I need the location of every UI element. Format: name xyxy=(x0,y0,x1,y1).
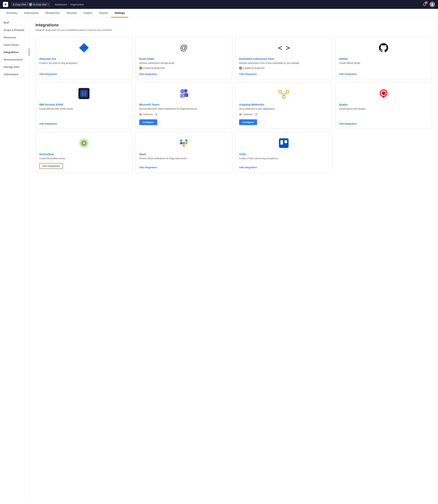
slack-icon xyxy=(178,138,189,149)
tab-researchers[interactable]: Researchers xyxy=(42,9,63,18)
svg-rect-38 xyxy=(183,145,185,147)
sidebar-item-import-issues[interactable]: Import issues xyxy=(0,41,29,49)
org-icon: E xyxy=(29,3,32,6)
svg-rect-10 xyxy=(85,94,86,95)
tab-submissions[interactable]: Submissions xyxy=(21,9,42,18)
embed-add-integration-link[interactable]: Add integration xyxy=(239,73,257,76)
slack-add-integration-link[interactable]: Add integration xyxy=(139,166,157,169)
content-area: Integrations Integrate Bugcrowd into you… xyxy=(30,18,438,504)
embed-badge-label: Created by Bugcrowd xyxy=(243,67,264,69)
ibm-icon xyxy=(78,88,90,99)
svg-rect-43 xyxy=(285,140,287,143)
organization-link[interactable]: Organization xyxy=(70,3,84,6)
org-path-label: E-Corp USA xyxy=(13,3,26,6)
sidebar-item-integrations[interactable]: Integrations xyxy=(0,49,29,56)
integration-card-webhooks: Outgoing Webhooks Send webhooks to your … xyxy=(235,82,332,129)
instances-icon-2 xyxy=(239,113,242,116)
teams-name[interactable]: Microsoft Teams xyxy=(139,103,229,106)
svg-rect-26 xyxy=(239,115,241,115)
qualys-footer: Add integration xyxy=(339,122,428,125)
tab-settings[interactable]: Settings xyxy=(111,9,128,18)
trello-add-integration-link[interactable]: Add integration xyxy=(239,166,257,169)
sidebar-item-manage-team[interactable]: Manage team xyxy=(0,63,29,71)
page-title: Integrations xyxy=(35,23,432,27)
ibm-desc: Create IBM Security SOAR issues. xyxy=(39,107,129,119)
svg-rect-41 xyxy=(279,138,289,148)
separator: / xyxy=(27,3,28,6)
svg-rect-30 xyxy=(383,96,384,98)
servicenow-name[interactable]: ServiceNow xyxy=(39,153,129,156)
integration-card-qualys: Qualys Import reports from Qualys. Add i… xyxy=(335,82,432,129)
servicenow-desc: Create ServiceNow issues. xyxy=(39,157,129,160)
webhooks-configure-button[interactable]: Configure xyxy=(239,119,257,125)
webhooks-desc: Send webhooks to your applications. xyxy=(239,107,328,110)
github-footer: Add integration xyxy=(339,73,428,76)
qualys-name[interactable]: Qualys xyxy=(339,103,428,106)
webhooks-logo xyxy=(239,87,328,100)
email-name[interactable]: Email intake xyxy=(139,57,229,60)
integration-card-ibm: IBM Security SOAR Create IBM Security SO… xyxy=(35,82,132,129)
notifications-button[interactable]: 50 xyxy=(421,1,427,7)
org-selector[interactable]: E-Corp USA / E E-Corp USA ▾ xyxy=(11,2,51,7)
svg-rect-8 xyxy=(85,92,86,93)
qualys-add-integration-link[interactable]: Add integration xyxy=(339,122,357,125)
webhooks-name[interactable]: Outgoing Webhooks xyxy=(239,103,328,106)
slack-name[interactable]: Slack xyxy=(139,153,229,156)
jira-icon xyxy=(78,42,89,53)
sidebar-item-scope-rewards[interactable]: Scope & Rewards xyxy=(0,26,29,34)
email-add-integration-link[interactable]: Add integration xyxy=(139,73,157,76)
teams-instances-label: Instances xyxy=(143,113,153,116)
ibm-add-integration-link[interactable]: Add integration xyxy=(39,122,57,125)
svg-line-22 xyxy=(282,93,284,95)
teams-instances-count: 1 xyxy=(154,112,158,116)
sidebar-item-submissions[interactable]: Submissions xyxy=(0,71,29,78)
servicenow-add-integration-link[interactable]: Add integration xyxy=(39,163,63,169)
embed-name[interactable]: Embedded submission form xyxy=(239,57,328,60)
svg-marker-2 xyxy=(79,48,89,53)
svg-rect-16 xyxy=(139,114,142,114)
svg-rect-17 xyxy=(139,114,142,115)
embed-logo: < > xyxy=(239,41,328,55)
svg-rect-39 xyxy=(185,140,187,142)
topbar-right: 50 xyxy=(421,1,435,7)
instances-icon xyxy=(139,113,142,116)
servicenow-icon xyxy=(78,137,90,149)
svg-point-13 xyxy=(180,89,185,94)
jira-desc: Create a Jira ticket on bug acceptance. xyxy=(39,61,129,70)
integration-card-teams: Microsoft Teams Receive Microsoft Teams … xyxy=(135,82,232,129)
github-desc: Create GitHub issues. xyxy=(339,61,428,70)
integration-card-servicenow: ServiceNow Create ServiceNow issues. Add… xyxy=(35,132,132,173)
tab-reports[interactable]: Reports xyxy=(96,9,111,18)
tab-summary[interactable]: Summary xyxy=(3,9,21,18)
svg-rect-12 xyxy=(184,93,188,97)
ibm-name[interactable]: IBM Security SOAR xyxy=(39,103,129,106)
dashboard-link[interactable]: Dashboard xyxy=(55,3,67,6)
integration-grid: Atlassian Jira Create a Jira ticket on b… xyxy=(35,36,432,173)
user-avatar[interactable] xyxy=(429,2,435,7)
github-icon xyxy=(378,42,389,53)
svg-rect-9 xyxy=(82,94,83,95)
teams-desc: Receive Microsoft Teams notifications fo… xyxy=(139,107,229,110)
trello-icon xyxy=(278,138,289,149)
jira-name[interactable]: Atlassian Jira xyxy=(39,57,129,60)
webhooks-footer: Configure xyxy=(239,119,328,125)
tab-rewards[interactable]: Rewards xyxy=(63,9,80,18)
jira-add-integration-link[interactable]: Add integration xyxy=(39,73,57,76)
jira-logo xyxy=(39,41,129,55)
svg-rect-4 xyxy=(81,90,87,97)
slack-desc: Receive Slack notifications for Bugcrowd… xyxy=(139,157,229,163)
jira-footer: Add integration xyxy=(39,73,129,76)
svg-point-29 xyxy=(382,91,385,95)
sidebar-item-announcements[interactable]: Announcements xyxy=(0,56,29,63)
tab-insights[interactable]: Insights xyxy=(80,9,96,18)
github-add-integration-link[interactable]: Add integration xyxy=(339,73,357,76)
slack-logo xyxy=(139,137,229,150)
qualys-logo xyxy=(339,87,428,100)
sidebar-item-brief[interactable]: Brief xyxy=(0,19,29,26)
github-name[interactable]: GitHub xyxy=(339,57,428,60)
svg-rect-18 xyxy=(139,115,142,115)
ibm-footer: Add integration xyxy=(39,122,129,125)
trello-name[interactable]: Trello xyxy=(239,153,328,156)
sidebar-item-resources[interactable]: Resources xyxy=(0,34,29,41)
teams-configure-button[interactable]: Configure xyxy=(139,119,157,125)
